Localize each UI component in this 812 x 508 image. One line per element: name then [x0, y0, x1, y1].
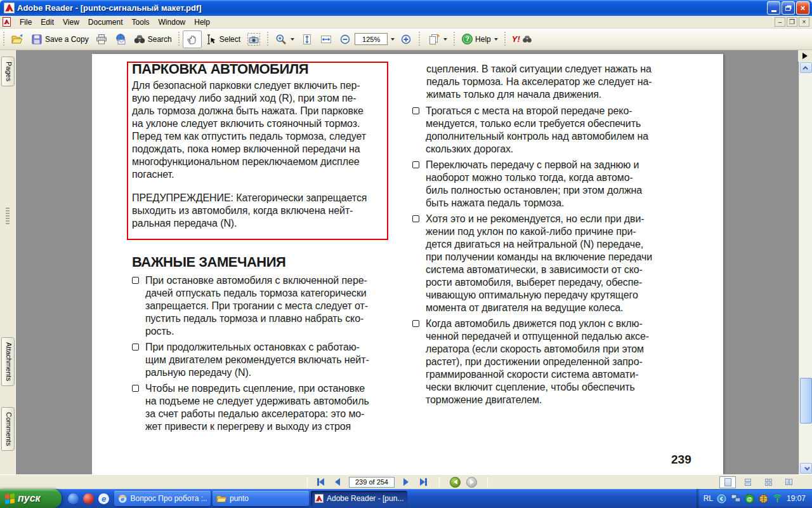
hide-icons-button[interactable] — [717, 493, 727, 504]
snapshot-button[interactable] — [244, 30, 264, 48]
language-indicator[interactable]: RL — [704, 494, 713, 503]
main-area: Pages Attachments Comments ПАРКОВКА АВТО… — [0, 50, 812, 474]
mdi-minimize-button[interactable]: – — [775, 17, 785, 27]
scrollbar-thumb[interactable] — [800, 378, 812, 424]
help-label: Help — [475, 35, 491, 44]
globe-icon[interactable] — [759, 493, 769, 504]
menu-document[interactable]: Document — [84, 17, 128, 28]
print-button[interactable] — [92, 30, 111, 48]
wireless-signal-icon[interactable] — [773, 493, 783, 504]
task-button-label: punto — [230, 494, 249, 503]
menu-window[interactable]: Window — [154, 17, 190, 28]
menu-view[interactable]: View — [58, 17, 84, 28]
quick-launch: e — [62, 493, 114, 504]
quick-launch-icon[interactable] — [83, 493, 94, 504]
continuous-facing-button[interactable] — [760, 476, 776, 488]
search-button[interactable]: Search — [130, 30, 175, 48]
select-ibeam-icon — [205, 33, 218, 46]
menu-help[interactable]: Help — [190, 17, 214, 28]
zoom-dropdown-caret — [391, 38, 395, 41]
help-icon: ? — [461, 33, 473, 45]
list-item: При продолжительных остановках с работаю… — [132, 341, 408, 379]
tab-pages[interactable]: Pages — [1, 57, 15, 86]
facing-button[interactable] — [780, 476, 797, 488]
zoom-out-button[interactable] — [336, 30, 355, 48]
zoom-level-dropdown[interactable] — [388, 30, 396, 48]
bullet-text: Хотя это и не рекомендуется, но если при… — [426, 213, 652, 314]
zoom-in-button[interactable] — [396, 30, 416, 48]
fit-width-button[interactable] — [317, 30, 336, 48]
next-page-button[interactable] — [400, 477, 412, 488]
mdi-restore-button[interactable]: ❐ — [787, 17, 797, 27]
chevron-down-icon — [804, 465, 809, 470]
clock[interactable]: 19:07 — [787, 494, 806, 503]
zoom-tool-dropdown-caret — [291, 38, 294, 41]
single-page-button[interactable] — [719, 476, 736, 488]
bullet-text: При остановке автомобиля с включенной пе… — [145, 274, 368, 338]
tab-comments[interactable]: Comments — [1, 407, 15, 451]
create-pdf-button[interactable] — [423, 30, 450, 48]
select-tool-button[interactable]: Select — [202, 30, 244, 48]
folder-icon — [216, 494, 226, 503]
menu-tools[interactable]: Tools — [128, 17, 154, 28]
toolbar-grip — [417, 32, 421, 47]
last-page-button[interactable] — [417, 477, 429, 488]
taskbar-button-adobe-reader[interactable]: Adobe Reader - [pun... — [311, 491, 407, 506]
navigation-tab-strip: Pages Attachments Comments — [0, 50, 16, 474]
restore-button[interactable] — [782, 1, 795, 15]
start-button[interactable]: пуск — [0, 489, 62, 508]
close-button[interactable]: × — [796, 1, 809, 15]
square-bullet-icon — [132, 344, 139, 351]
hand-tool-button[interactable] — [183, 30, 202, 48]
continuous-button[interactable] — [740, 476, 756, 488]
taskbar-button-folder[interactable]: punto — [213, 491, 309, 506]
mdi-close-button[interactable]: × — [799, 17, 809, 27]
minimize-button[interactable] — [767, 1, 780, 15]
page-number-field[interactable] — [349, 477, 395, 488]
overflow-arrow-icon[interactable] — [802, 53, 808, 59]
menu-edit[interactable]: Edit — [36, 17, 58, 28]
adobe-reader-icon — [4, 3, 15, 13]
zoom-level-field[interactable]: 125% — [355, 33, 388, 45]
create-pdf-caret — [443, 38, 447, 41]
scroll-up-button[interactable] — [800, 62, 812, 73]
help-button[interactable]: ? Help — [458, 30, 501, 48]
taskbar-button-browser[interactable]: e Вопрос Про робота :... — [114, 491, 211, 506]
bullet-text: Трогаться с места на второй передаче рек… — [426, 105, 648, 156]
network-icon[interactable] — [731, 493, 741, 504]
separator — [487, 477, 488, 487]
vertical-scrollbar[interactable] — [799, 62, 812, 474]
bullet-text: Переключать передачу с первой на заднюю … — [426, 159, 642, 210]
bullet-text: Когда автомобиль движется под уклон с вк… — [426, 318, 649, 406]
page-number: 239 — [671, 453, 691, 467]
list-item: При остановке автомобиля с включенной пе… — [132, 274, 408, 338]
tab-attachments[interactable]: Attachments — [1, 337, 15, 386]
menu-file[interactable]: File — [15, 17, 36, 28]
previous-page-button[interactable] — [332, 477, 343, 488]
save-a-copy-button[interactable]: Save a Copy — [27, 30, 92, 48]
parking-warning: ПРЕДУПРЕЖДЕНИЕ: Категорически запрещаетс… — [132, 192, 405, 230]
yahoo-search-button[interactable]: Y! — [509, 30, 535, 48]
fit-page-button[interactable] — [298, 30, 317, 48]
svg-text:@: @ — [747, 495, 753, 502]
yahoo-binoculars-icon — [522, 34, 532, 44]
zoom-tool-button[interactable] — [272, 30, 298, 48]
zoom-in-icon — [400, 33, 412, 46]
next-view-button[interactable] — [466, 477, 477, 488]
toolbar-overflow-strip — [798, 50, 812, 62]
square-bullet-icon — [132, 385, 139, 392]
previous-view-button[interactable] — [450, 477, 461, 488]
fit-height-icon — [301, 33, 313, 46]
panel-split-grip[interactable] — [6, 208, 10, 225]
email-button[interactable] — [111, 30, 130, 48]
open-button[interactable] — [8, 30, 27, 48]
email-icon — [114, 33, 127, 46]
internet-explorer-icon[interactable]: e — [98, 493, 109, 504]
first-page-button[interactable] — [315, 477, 326, 488]
mail-agent-icon[interactable]: @ — [745, 493, 755, 504]
scroll-down-button[interactable] — [800, 463, 812, 474]
media-player-icon[interactable] — [68, 493, 79, 504]
square-bullet-icon — [412, 107, 419, 114]
document-viewport: ПАРКОВКА АВТОМОБИЛЯ Для безопасной парко… — [16, 50, 812, 474]
zoom-out-icon — [339, 33, 351, 46]
